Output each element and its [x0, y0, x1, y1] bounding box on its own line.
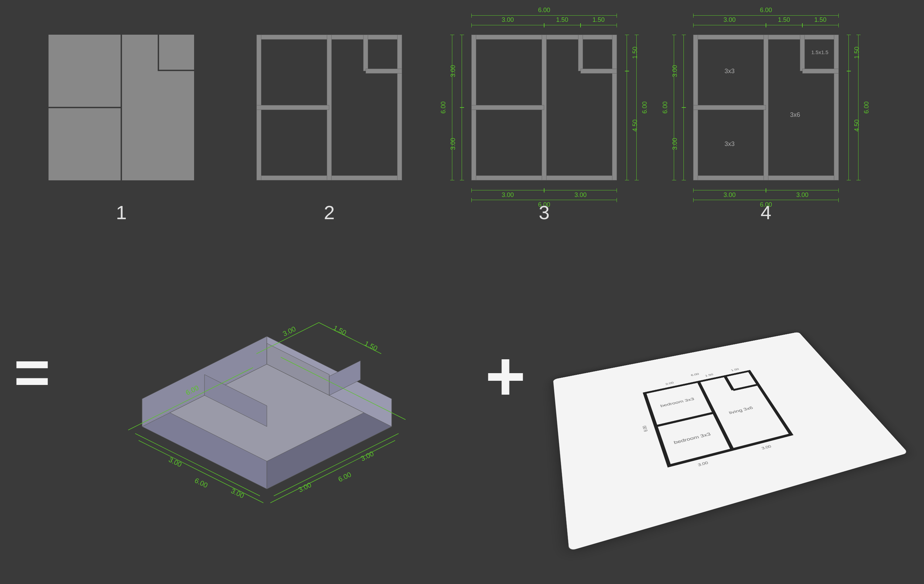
room-label-3x3-a: 3x3 [724, 68, 734, 75]
dim4-left-b: 3.00 [672, 138, 679, 150]
dim-top-total: 6.00 [538, 7, 550, 14]
sheet-dim-side: 6.00 [641, 425, 648, 432]
step-1-number: 1 [48, 201, 194, 224]
dim-right-a: 1.50 [632, 46, 639, 59]
iso-dim-3: 3.00 [167, 456, 183, 468]
step-1-plan [48, 35, 194, 180]
sheet-dim-top-b: 1.50 [705, 373, 714, 377]
sheet-dim-bot-a: 3.00 [697, 460, 709, 467]
iso-3d-model: 6.00 6.00 3.00 3.00 3.00 3.00 6.00 3.00 … [101, 267, 433, 551]
plus-symbol: + [485, 336, 526, 416]
sheet-room-bed1: bedroom 3x3 [660, 397, 695, 408]
dim-left-total: 6.00 [440, 101, 447, 113]
sheet-dim-top-total: 6.00 [690, 372, 700, 377]
step-3-plan [471, 35, 617, 180]
dim-right-b: 4.50 [632, 119, 639, 131]
dim-top-c: 1.50 [592, 16, 604, 23]
dim-left-a: 3.00 [449, 65, 457, 77]
iso-dim-8: 3.00 [281, 325, 297, 338]
paper-sheet: bedroom 3x3 bedroom 3x3 living 3x6 6.00 … [553, 332, 908, 551]
dim4-top-c: 1.50 [814, 16, 826, 23]
step-2-plan [256, 35, 402, 180]
dim4-right-total: 6.00 [863, 101, 870, 113]
dim-bot-b: 3.00 [574, 192, 586, 199]
iso-dim-10: 1.50 [363, 339, 379, 352]
sheet-room-living: living 3x6 [728, 405, 754, 415]
step-2-number: 2 [256, 201, 402, 224]
dim4-right-a: 1.50 [853, 46, 861, 59]
dim4-right-b: 4.50 [853, 119, 861, 131]
diagram-stage: 1 2 6.00 3.00 1.50 1.50 3.00 3.00 6.00 [0, 0, 924, 584]
step-4-number: 4 [693, 201, 839, 224]
step-4-plan: 3x3 3x3 3x6 1.5x1.5 [693, 35, 839, 180]
dim-top-a: 3.00 [502, 16, 514, 23]
iso-svg: 6.00 6.00 3.00 3.00 3.00 3.00 6.00 3.00 … [101, 267, 433, 551]
room-label-3x6: 3x6 [790, 111, 800, 119]
iso-dim-9: 1.50 [332, 324, 348, 337]
dim-right-total: 6.00 [641, 101, 648, 113]
step-3-number: 3 [471, 201, 617, 224]
dim-bot-a: 3.00 [502, 192, 514, 199]
sheet-plan: bedroom 3x3 bedroom 3x3 living 3x6 6.00 … [643, 370, 793, 468]
room-label-15x15: 1.5x1.5 [811, 49, 828, 55]
dim4-top-total: 6.00 [760, 7, 772, 14]
dim4-bot-a: 3.00 [723, 192, 736, 199]
dim4-bot-b: 3.00 [796, 192, 808, 199]
dim4-left-a: 3.00 [672, 65, 679, 77]
iso-dim-4: 3.00 [230, 487, 245, 500]
sheet-dim-top-a: 3.00 [665, 381, 674, 385]
dim-top-b: 1.50 [556, 16, 568, 23]
step-4-panel: 3x3 3x3 3x6 1.5x1.5 6.00 3.00 1.50 1.50 … [693, 35, 839, 180]
dim4-top-b: 1.50 [778, 16, 790, 23]
iso-dim-1: 6.00 [193, 476, 209, 489]
dim4-left-total: 6.00 [662, 101, 669, 113]
step-2-panel [256, 35, 402, 180]
sheet-room-bed2: bedroom 3x3 [673, 432, 711, 445]
dim4-top-a: 3.00 [723, 16, 736, 23]
step-3-panel: 6.00 3.00 1.50 1.50 3.00 3.00 6.00 3.00 … [471, 35, 617, 180]
sheet-dim-top-c: 1.50 [730, 367, 739, 372]
sheet-dim-bot-b: 3.00 [761, 444, 772, 450]
room-label-3x3-b: 3x3 [724, 141, 734, 148]
step-1-panel [48, 35, 194, 180]
equals-symbol: = [14, 336, 43, 408]
iso-dim-2: 6.00 [337, 471, 353, 483]
dim-left-b: 3.00 [449, 138, 457, 150]
